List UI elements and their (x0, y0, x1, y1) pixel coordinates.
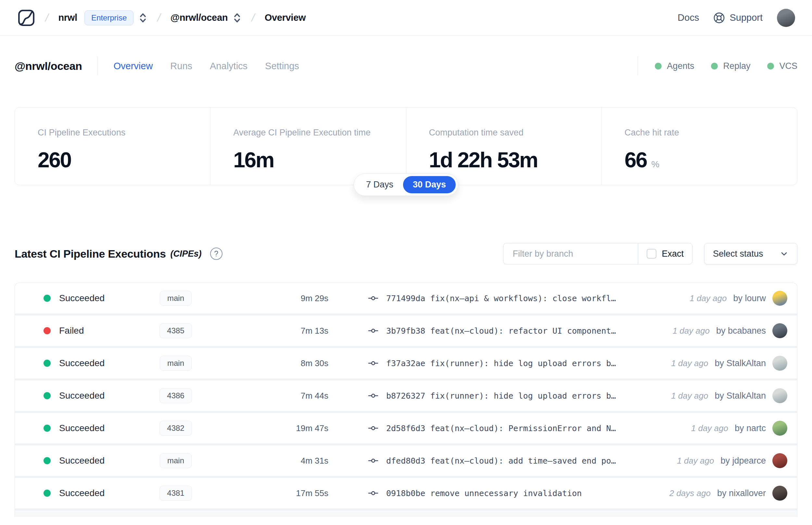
cipe-meta-cell: 1 day ago by jdpearce (677, 453, 787, 468)
cipe-duration: 9m 29s (213, 294, 328, 303)
nav-right-group: Docs Support (677, 9, 795, 27)
cipe-duration: 19m 47s (213, 423, 328, 433)
branch-badge[interactable]: 4385 (159, 323, 191, 338)
exact-match-toggle[interactable]: Exact (638, 243, 692, 265)
author: by jdpearce (720, 456, 766, 466)
cipe-row[interactable]: Succeeded 4386 7m 44s b8726327 fix(runne… (15, 380, 797, 411)
author-avatar[interactable] (772, 453, 787, 468)
cipe-row[interactable]: Succeeded 4382 19m 47s 2d58f6d3 feat(nx–… (15, 413, 797, 444)
cipe-commit-cell: dfed80d3 feat(nx–cloud): add time–saved … (368, 455, 667, 466)
author: by nartc (735, 423, 766, 433)
cipe-commit-cell: 771499da fix(nx–api & workflows): close … (368, 293, 680, 303)
workspace-selector-chevrons-icon[interactable] (232, 12, 242, 24)
commit-message[interactable]: 3b79fb38 feat(nx–cloud): refactor UI com… (386, 326, 616, 335)
cipe-status-cell: Succeeded (44, 358, 138, 369)
tab-runs[interactable]: Runs (170, 61, 192, 72)
nx-cloud-logo-icon[interactable] (17, 9, 36, 27)
breadcrumb-page: Overview (265, 12, 306, 23)
commit-message[interactable]: 0918b0be remove unnecessary invalidation (386, 489, 582, 498)
git-commit-icon (368, 488, 378, 498)
author-avatar[interactable] (772, 421, 787, 436)
cipe-row[interactable]: Succeeded 4381 17m 55s 0918b0be remove u… (15, 478, 797, 508)
tab-analytics[interactable]: Analytics (210, 61, 247, 72)
cipe-row[interactable]: Succeeded main 9m 29s 771499da fix(nx–ap… (15, 283, 797, 314)
branch-badge[interactable]: 4386 (159, 388, 191, 403)
cipe-section-title: Latest CI Pipeline Executions (15, 247, 166, 260)
help-icon[interactable]: ? (210, 247, 223, 260)
stat-label: CI Pipeline Executions (38, 128, 197, 138)
cipe-status-label: Succeeded (59, 390, 105, 401)
cipe-commit-cell: 2d58f6d3 feat(nx–cloud): PermissionError… (368, 423, 681, 433)
stat-suffix: % (651, 159, 659, 169)
next-row-partial (15, 510, 797, 517)
top-navigation-bar: / nrwl Enterprise / @nrwl/ocean / Overvi… (0, 0, 812, 36)
stat-value: 66 % (625, 148, 784, 172)
stat-label: Cache hit rate (625, 128, 784, 138)
stat-card-cache-hit-rate: Cache hit rate 66 % (601, 107, 797, 185)
cipe-meta-cell: 1 day ago by lourw (690, 291, 787, 306)
time-ago: 1 day ago (690, 294, 726, 303)
cipe-duration: 17m 55s (213, 488, 328, 498)
branch-filter-group: Exact (503, 243, 692, 265)
time-ago: 2 days ago (670, 488, 711, 498)
branch-badge[interactable]: main (160, 453, 191, 468)
indicator-label: Replay (723, 61, 750, 71)
author-avatar[interactable] (772, 486, 787, 501)
cipe-branch-cell: 4385 (138, 323, 213, 338)
branch-filter-input[interactable] (503, 243, 638, 265)
chevron-down-icon (780, 249, 788, 258)
author: by lourw (733, 294, 766, 303)
cipe-status-label: Succeeded (59, 358, 105, 369)
commit-message[interactable]: 771499da fix(nx–api & workflows): close … (386, 294, 616, 303)
author-avatar[interactable] (772, 388, 787, 403)
status-dot-icon (655, 63, 662, 70)
cipe-status-cell: Succeeded (44, 455, 138, 466)
org-selector-chevrons-icon[interactable] (138, 12, 148, 24)
status-select-dropdown[interactable]: Select status (704, 243, 797, 265)
cipe-commit-cell: 0918b0be remove unnecessary invalidation (368, 488, 660, 498)
breadcrumb-separator: / (44, 11, 50, 24)
indicator-replay[interactable]: Replay (711, 61, 750, 71)
enterprise-badge[interactable]: Enterprise (85, 10, 134, 25)
exact-checkbox[interactable] (647, 249, 656, 259)
commit-message[interactable]: f37a32ae fix(runner): hide log upload er… (386, 359, 616, 368)
git-commit-icon (368, 358, 378, 369)
cipe-status-cell: Failed (44, 326, 138, 336)
support-link[interactable]: Support (713, 12, 763, 24)
author-avatar[interactable] (772, 323, 787, 338)
cipe-row[interactable]: Succeeded main 8m 30s f37a32ae fix(runne… (15, 348, 797, 378)
docs-link[interactable]: Docs (677, 12, 699, 23)
commit-message[interactable]: b8726327 fix(runner): hide log upload er… (386, 391, 616, 401)
page-title: @nrwl/ocean (15, 60, 82, 73)
time-ago: 1 day ago (671, 391, 708, 401)
cipe-row[interactable]: Succeeded main 4m 31s dfed80d3 feat(nx–c… (15, 446, 797, 476)
author: by StalkAltan (715, 358, 766, 369)
user-avatar[interactable] (777, 9, 795, 27)
cipe-status-label: Succeeded (59, 423, 105, 433)
branch-badge[interactable]: 4382 (159, 421, 191, 436)
status-dot-icon (44, 327, 51, 334)
cipe-status-cell: Succeeded (44, 488, 138, 498)
branch-badge[interactable]: 4381 (159, 486, 191, 501)
breadcrumb-workspace[interactable]: @nrwl/ocean (170, 12, 228, 23)
commit-message[interactable]: 2d58f6d3 feat(nx–cloud): PermissionError… (386, 424, 616, 433)
cipe-duration: 7m 44s (213, 391, 328, 401)
breadcrumb-org[interactable]: nrwl (58, 12, 77, 23)
author-avatar[interactable] (772, 291, 787, 306)
cipe-row[interactable]: Failed 4385 7m 13s 3b79fb38 feat(nx–clou… (15, 315, 797, 346)
branch-badge[interactable]: main (160, 291, 191, 306)
stat-value: 260 (38, 148, 197, 172)
branch-badge[interactable]: main (160, 356, 191, 371)
stat-value: 1d 22h 53m (429, 148, 588, 172)
tab-overview[interactable]: Overview (113, 61, 153, 72)
git-commit-icon (368, 326, 378, 336)
tab-settings[interactable]: Settings (265, 61, 299, 72)
status-dot-icon (711, 63, 718, 70)
git-commit-icon (368, 423, 378, 433)
indicator-vcs[interactable]: VCS (767, 61, 797, 71)
indicator-agents[interactable]: Agents (655, 61, 694, 71)
range-option-30-days[interactable]: 30 Days (403, 176, 456, 193)
author-avatar[interactable] (772, 356, 787, 371)
commit-message[interactable]: dfed80d3 feat(nx–cloud): add time–saved … (386, 456, 616, 466)
range-option-7-days[interactable]: 7 Days (356, 176, 403, 193)
